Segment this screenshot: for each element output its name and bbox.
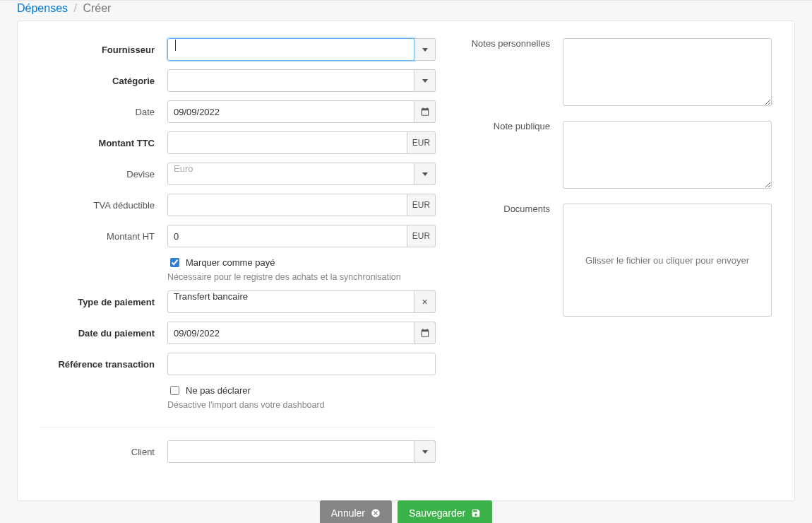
label-fournisseur: Fournisseur — [40, 45, 167, 55]
mark-paid-checkbox-wrap[interactable]: Marquer comme payé — [167, 256, 436, 269]
no-declare-checkbox[interactable] — [170, 386, 179, 395]
documents-dropzone[interactable]: Glisser le fichier ou cliquer pour envoy… — [563, 204, 772, 317]
label-montant-ttc: Montant TTC — [40, 138, 167, 148]
cancel-button-label: Annuler — [331, 507, 365, 519]
breadcrumb-root[interactable]: Dépenses — [17, 2, 68, 14]
label-date: Date — [40, 107, 167, 117]
label-montant-ht: Montant HT — [40, 231, 167, 242]
devise-select[interactable]: Euro — [167, 163, 414, 185]
devise-dropdown-toggle[interactable] — [414, 163, 436, 185]
mark-paid-label: Marquer comme payé — [186, 257, 275, 268]
label-notes-perso: Notes personnelles — [464, 38, 563, 49]
tva-input[interactable] — [167, 194, 407, 216]
save-icon — [471, 508, 481, 518]
chevron-down-icon — [422, 172, 428, 176]
label-note-publique: Note publique — [464, 121, 563, 131]
ref-transaction-input[interactable] — [167, 353, 436, 375]
type-paiement-select[interactable]: Transfert bancaire — [167, 290, 414, 313]
montant-ht-currency: EUR — [407, 225, 436, 247]
cancel-button[interactable]: Annuler — [320, 500, 392, 523]
no-declare-checkbox-wrap[interactable]: Ne pas déclarer — [167, 384, 436, 397]
label-tva: TVA déductible — [40, 200, 167, 211]
date-input[interactable] — [167, 100, 414, 123]
dropzone-text: Glisser le fichier ou cliquer pour envoy… — [585, 255, 749, 266]
cancel-icon — [371, 508, 381, 518]
breadcrumb: Dépenses / Créer — [0, 1, 812, 20]
notes-perso-textarea[interactable] — [563, 38, 772, 106]
label-documents: Documents — [464, 204, 563, 214]
calendar-icon — [420, 107, 430, 117]
breadcrumb-current: Créer — [83, 2, 111, 14]
label-ref-transaction: Référence transaction — [40, 359, 167, 370]
date-paiement-picker-button[interactable] — [414, 322, 436, 344]
client-select[interactable] — [167, 440, 414, 463]
no-declare-label: Ne pas déclarer — [186, 385, 251, 396]
label-date-paiement: Date du paiement — [40, 328, 167, 339]
montant-ht-input[interactable] — [167, 225, 407, 247]
label-client: Client — [40, 447, 167, 457]
form-panel: Fournisseur Catégorie — [17, 20, 795, 501]
date-paiement-input[interactable] — [167, 322, 414, 344]
mark-paid-checkbox[interactable] — [170, 258, 179, 267]
tva-currency: EUR — [407, 194, 436, 216]
date-picker-button[interactable] — [414, 100, 436, 123]
fournisseur-input[interactable] — [167, 38, 414, 61]
note-publique-textarea[interactable] — [563, 121, 772, 189]
calendar-icon — [420, 328, 430, 338]
save-button[interactable]: Sauvegarder — [398, 500, 492, 523]
categorie-select[interactable] — [167, 69, 414, 92]
mark-paid-help: Nécessaire pour le registre des achats e… — [167, 272, 436, 282]
categorie-dropdown-toggle[interactable] — [414, 69, 436, 92]
montant-ttc-input[interactable] — [167, 131, 407, 154]
montant-ttc-currency: EUR — [407, 131, 436, 154]
label-categorie: Catégorie — [40, 76, 167, 86]
no-declare-help: Désactive l'import dans votre dashboard — [167, 400, 436, 410]
save-button-label: Sauvegarder — [409, 507, 465, 519]
fournisseur-dropdown-toggle[interactable] — [414, 38, 436, 61]
label-devise: Devise — [40, 169, 167, 180]
label-type-paiement: Type de paiement — [40, 297, 167, 307]
client-dropdown-toggle[interactable] — [414, 440, 436, 463]
chevron-down-icon — [422, 48, 428, 52]
chevron-down-icon — [422, 450, 428, 454]
chevron-down-icon — [422, 79, 428, 83]
type-paiement-clear[interactable] — [414, 290, 436, 313]
divider — [40, 427, 436, 428]
